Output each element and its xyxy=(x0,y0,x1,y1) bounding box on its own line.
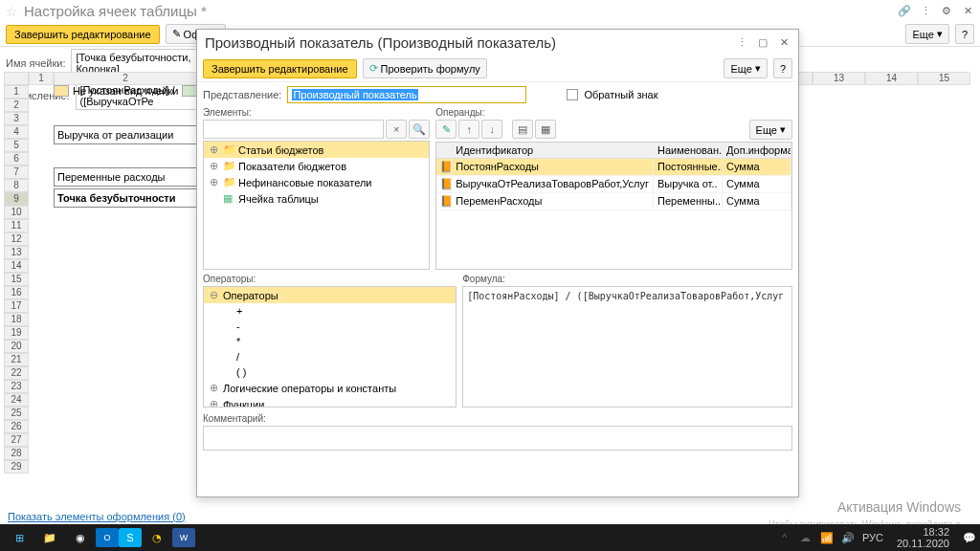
dialog-title: Производный показатель (Производный пока… xyxy=(205,34,556,51)
formula-label: Формула: xyxy=(462,274,792,284)
dlg-more-button[interactable]: Еще ▾ xyxy=(724,58,767,78)
check-formula-button[interactable]: ⟳Проверить формулу xyxy=(363,58,487,78)
close-window-icon[interactable]: ✕ xyxy=(961,5,974,18)
operand-row-0[interactable]: 📙ПостоянРасходыПостоянные..Сумма xyxy=(436,159,791,176)
derived-indicator-dialog: Производный показатель (Производный пока… xyxy=(196,29,799,497)
tree-nonfinancial[interactable]: ⊕📁Нефинансовые показатели xyxy=(204,174,429,190)
row-8-label[interactable]: Переменные расходы xyxy=(54,167,197,187)
operands-label: Операнды: xyxy=(435,107,792,118)
taskbar[interactable]: ⊞ 📁 ◉ O S ◔ W ^ ☁ 📶 🔊 РУС 18:32 20.11.20… xyxy=(0,524,980,551)
reverse-sign-label: Обратный знак xyxy=(584,89,657,100)
tray-cloud-icon[interactable]: ☁ xyxy=(799,531,813,544)
start-button[interactable]: ⊞ xyxy=(4,526,34,549)
operators-logic[interactable]: ⊕Логические операторы и константы xyxy=(204,380,456,396)
edit-operand-button[interactable]: ✎ xyxy=(435,120,457,139)
tree-budget-indicators[interactable]: ⊕📁Показатели бюджетов xyxy=(204,158,429,174)
pencil-icon: ✎ xyxy=(172,28,181,40)
search-button[interactable]: 🔍 xyxy=(409,120,430,139)
windows-activation-title: Активация Windows xyxy=(837,499,961,515)
link-icon[interactable]: 🔗 xyxy=(898,5,911,18)
finish-editing-button[interactable]: Завершить редактирование xyxy=(6,25,160,44)
formula-textarea[interactable]: [ПостоянРасходы] / ([ВыручкаОтРеализаТов… xyxy=(462,286,792,408)
operators-root[interactable]: ⊖Операторы xyxy=(204,287,456,303)
dialog-maximize-icon[interactable]: ▢ xyxy=(756,36,769,50)
op-plus[interactable]: + xyxy=(204,303,456,319)
page-title: Настройка ячеек таблицы * xyxy=(24,3,207,19)
dlg-finish-editing-button[interactable]: Завершить редактирование xyxy=(203,59,357,78)
operands-table[interactable]: ИдентификаторНаименован..Доп.информаци 📙… xyxy=(435,142,792,270)
operand-row-2[interactable]: 📙ПеременРасходыПеременны..Сумма xyxy=(436,193,791,210)
representation-input[interactable]: Производный показатель xyxy=(287,86,526,103)
chrome-icon[interactable]: ◉ xyxy=(65,526,96,549)
tray-volume-icon[interactable]: 🔊 xyxy=(841,531,855,544)
dialog-close-icon[interactable]: ✕ xyxy=(777,36,791,50)
row-headers: 12345 6789 10111213141516171819202122232… xyxy=(4,72,29,505)
tray-language[interactable]: РУС xyxy=(862,532,883,543)
operands-header: ИдентификаторНаименован..Доп.информаци xyxy=(436,143,791,159)
onec-icon[interactable]: ◔ xyxy=(142,526,172,549)
menu-dots-icon[interactable]: ⋮ xyxy=(919,5,932,18)
operand-row-1[interactable]: 📙ВыручкаОтРеализаТоваровРабот,УслугВыруч… xyxy=(436,176,791,193)
dlg-help-button[interactable]: ? xyxy=(773,58,792,78)
op-parens[interactable]: ( ) xyxy=(204,364,456,380)
operands-more-button[interactable]: Еще ▾ xyxy=(749,120,792,140)
comment-input[interactable] xyxy=(203,426,792,451)
tray-notifications-icon[interactable]: 💬 xyxy=(963,531,976,544)
cell-name-label: Имя ячейки: xyxy=(6,57,65,69)
comment-label: Комментарий: xyxy=(203,413,792,424)
clear-search-button[interactable]: × xyxy=(386,120,407,139)
tray-clock[interactable]: 18:32 20.11.2020 xyxy=(891,526,955,549)
tray-up-icon[interactable]: ^ xyxy=(778,531,791,544)
word-icon[interactable]: W xyxy=(172,528,195,547)
row-9-label[interactable]: Точка безубыточности xyxy=(54,188,197,208)
file-explorer-icon[interactable]: 📁 xyxy=(34,526,65,549)
operators-tree[interactable]: ⊖Операторы + - * / ( ) ⊕Логические опера… xyxy=(203,286,457,408)
operators-funcs[interactable]: ⊕Функции xyxy=(204,396,456,408)
skype-icon[interactable]: S xyxy=(119,528,142,547)
operators-label: Операторы: xyxy=(203,274,457,284)
view-mode-1-button[interactable]: ▤ xyxy=(512,120,533,139)
op-div[interactable]: / xyxy=(204,349,456,364)
tree-budget-items[interactable]: ⊕📁Статьи бюджетов xyxy=(204,142,429,158)
move-down-button[interactable]: ↓ xyxy=(481,120,502,139)
check-icon: ⟳ xyxy=(369,62,378,75)
reverse-sign-checkbox[interactable] xyxy=(567,89,578,100)
legend: Не указан вид ячейки xyxy=(54,85,197,97)
favorite-star-icon[interactable]: ☆ xyxy=(6,4,18,19)
tree-table-cell[interactable]: ▦Ячейка таблицы xyxy=(204,190,429,207)
dialog-menu-icon[interactable]: ⋮ xyxy=(735,36,748,50)
representation-label: Представление: xyxy=(203,89,281,100)
tray-network-icon[interactable]: 📶 xyxy=(820,531,834,544)
op-mult[interactable]: * xyxy=(204,334,456,349)
settings-icon[interactable]: ⚙ xyxy=(940,5,953,18)
move-up-button[interactable]: ↑ xyxy=(458,120,479,139)
elements-search-input[interactable] xyxy=(203,120,384,139)
more-button[interactable]: Еще ▾ xyxy=(905,24,948,44)
elements-tree[interactable]: ⊕📁Статьи бюджетов ⊕📁Показатели бюджетов … xyxy=(203,141,430,270)
elements-label: Элементы: xyxy=(203,107,430,118)
row-6-label[interactable]: Выручка от реализации xyxy=(54,125,197,144)
help-button[interactable]: ? xyxy=(955,24,974,44)
op-minus[interactable]: - xyxy=(204,319,456,334)
show-design-elements-link[interactable]: Показать элементы оформления (0) xyxy=(8,511,186,522)
outlook-icon[interactable]: O xyxy=(96,528,119,547)
view-mode-2-button[interactable]: ▦ xyxy=(535,120,556,139)
